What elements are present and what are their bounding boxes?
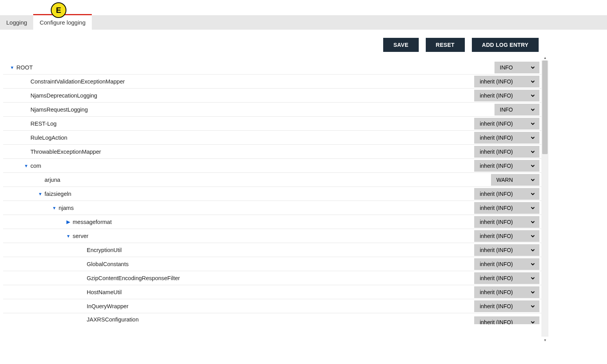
chevron-down-icon[interactable] bbox=[526, 132, 539, 144]
log-level-value[interactable]: inherit (INFO) bbox=[474, 258, 526, 270]
log-level-select[interactable]: inherit (INFO) bbox=[474, 132, 539, 144]
tree-node-label[interactable]: com bbox=[30, 163, 474, 169]
log-level-value[interactable]: inherit (INFO) bbox=[474, 202, 526, 214]
collapse-icon[interactable]: ▼ bbox=[36, 192, 45, 196]
log-level-select[interactable]: inherit (INFO) bbox=[474, 188, 539, 200]
chevron-down-icon[interactable] bbox=[526, 62, 539, 73]
log-level-value[interactable]: inherit (INFO) bbox=[474, 286, 526, 298]
log-level-select[interactable]: inherit (INFO) bbox=[474, 230, 539, 242]
log-level-select[interactable]: inherit (INFO) bbox=[474, 258, 539, 270]
log-level-select[interactable]: inherit (INFO) bbox=[474, 244, 539, 256]
tree-node-label[interactable]: InQueryWrapper bbox=[87, 303, 474, 309]
chevron-down-icon[interactable] bbox=[526, 104, 539, 115]
chevron-down-icon[interactable] bbox=[526, 188, 539, 200]
log-level-select[interactable]: inherit (INFO) bbox=[474, 286, 539, 298]
tree-node-label[interactable]: messageformat bbox=[73, 219, 474, 225]
tree-node-label[interactable]: ThrowableExceptionMapper bbox=[30, 149, 474, 155]
collapse-icon[interactable]: ▼ bbox=[50, 206, 59, 210]
log-level-select[interactable]: inherit (INFO) bbox=[474, 300, 539, 312]
tree-row: ▼serverinherit (INFO) bbox=[3, 229, 543, 243]
chevron-down-icon[interactable] bbox=[526, 76, 539, 87]
tree-node-label[interactable]: RuleLogAction bbox=[30, 135, 474, 141]
log-level-select[interactable]: inherit (INFO) bbox=[474, 216, 539, 228]
scroll-up-icon[interactable]: ▴ bbox=[541, 54, 548, 60]
tab-bar: Logging Configure logging bbox=[0, 15, 607, 30]
tree-row: ConstraintValidationExceptionMapperinher… bbox=[3, 75, 543, 89]
scrollbar-thumb[interactable] bbox=[542, 60, 548, 154]
log-level-value[interactable]: inherit (INFO) bbox=[474, 132, 526, 144]
chevron-down-icon[interactable] bbox=[526, 286, 539, 298]
tree-node-label[interactable]: ROOT bbox=[16, 64, 495, 71]
chevron-down-icon[interactable] bbox=[526, 90, 539, 101]
tree-node-label[interactable]: NjamsDeprecationLogging bbox=[30, 92, 474, 99]
log-level-value[interactable]: inherit (INFO) bbox=[474, 316, 526, 324]
log-level-value[interactable]: inherit (INFO) bbox=[474, 244, 526, 256]
tab-logging[interactable]: Logging bbox=[0, 15, 33, 30]
log-level-value[interactable]: INFO bbox=[495, 104, 526, 115]
chevron-down-icon[interactable] bbox=[526, 244, 539, 256]
tree-node-label[interactable]: faizsiegeln bbox=[45, 191, 474, 197]
tree-row: ▼faizsiegelninherit (INFO) bbox=[3, 187, 543, 201]
log-level-select[interactable]: inherit (INFO) bbox=[474, 118, 539, 130]
log-level-value[interactable]: inherit (INFO) bbox=[474, 160, 526, 172]
log-level-select[interactable]: inherit (INFO) bbox=[474, 202, 539, 214]
tree-node-label[interactable]: GlobalConstants bbox=[87, 261, 474, 267]
reset-button[interactable]: RESET bbox=[426, 38, 465, 52]
log-level-select[interactable]: inherit (INFO) bbox=[474, 160, 539, 172]
tree-node-label[interactable]: server bbox=[73, 233, 474, 239]
tree-node-label[interactable]: arjuna bbox=[45, 177, 491, 183]
save-button[interactable]: SAVE bbox=[383, 38, 418, 52]
log-level-value[interactable]: inherit (INFO) bbox=[474, 272, 526, 284]
tree-node-label[interactable]: HostNameUtil bbox=[87, 289, 474, 295]
tree-node-label[interactable]: REST-Log bbox=[30, 121, 474, 127]
tree-row: NjamsRequestLoggingINFO bbox=[3, 103, 543, 117]
log-level-value[interactable]: inherit (INFO) bbox=[474, 230, 526, 242]
log-level-select[interactable]: INFO bbox=[495, 104, 539, 115]
tree-row: ▶messageformatinherit (INFO) bbox=[3, 215, 543, 229]
log-level-select[interactable]: inherit (INFO) bbox=[474, 76, 539, 87]
chevron-down-icon[interactable] bbox=[526, 272, 539, 284]
log-level-value[interactable]: inherit (INFO) bbox=[474, 216, 526, 228]
chevron-down-icon[interactable] bbox=[526, 216, 539, 228]
log-level-select[interactable]: inherit (INFO) bbox=[474, 90, 539, 101]
log-level-select[interactable]: inherit (INFO) bbox=[474, 272, 539, 284]
collapse-icon[interactable]: ▼ bbox=[64, 234, 73, 238]
chevron-down-icon[interactable] bbox=[526, 316, 539, 324]
log-level-value[interactable]: INFO bbox=[495, 62, 526, 73]
log-level-value[interactable]: inherit (INFO) bbox=[474, 188, 526, 200]
collapse-icon[interactable]: ▼ bbox=[8, 65, 16, 70]
scroll-down-icon[interactable]: ▾ bbox=[541, 337, 548, 343]
chevron-down-icon[interactable] bbox=[526, 174, 539, 186]
tree-node-label[interactable]: GzipContentEncodingResponseFilter bbox=[87, 275, 474, 281]
log-level-value[interactable]: WARN bbox=[491, 174, 526, 186]
chevron-down-icon[interactable] bbox=[526, 118, 539, 130]
tree-node-label[interactable]: EncryptionUtil bbox=[87, 247, 474, 253]
log-level-value[interactable]: inherit (INFO) bbox=[474, 300, 526, 312]
tree-node-label[interactable]: ConstraintValidationExceptionMapper bbox=[30, 78, 474, 85]
log-level-select[interactable]: INFO bbox=[495, 62, 539, 73]
expand-icon[interactable]: ▶ bbox=[64, 219, 73, 225]
tree-row: NjamsDeprecationLogginginherit (INFO) bbox=[3, 89, 543, 103]
chevron-down-icon[interactable] bbox=[526, 160, 539, 172]
tree-node-label[interactable]: JAXRSConfiguration bbox=[87, 316, 474, 323]
tree-row: REST-Loginherit (INFO) bbox=[3, 117, 543, 131]
chevron-down-icon[interactable] bbox=[526, 202, 539, 214]
vertical-scrollbar[interactable]: ▴ ▾ bbox=[541, 60, 548, 337]
log-level-select[interactable]: inherit (INFO) bbox=[474, 146, 539, 158]
log-level-value[interactable]: inherit (INFO) bbox=[474, 90, 526, 101]
log-level-value[interactable]: inherit (INFO) bbox=[474, 76, 526, 87]
log-level-select[interactable]: inherit (INFO) bbox=[474, 316, 539, 324]
log-level-value[interactable]: inherit (INFO) bbox=[474, 118, 526, 130]
logging-tree: ▼ROOTINFOConstraintValidationExceptionMa… bbox=[3, 60, 543, 364]
chevron-down-icon[interactable] bbox=[526, 146, 539, 158]
tree-node-label[interactable]: njams bbox=[59, 205, 474, 211]
tree-node-label[interactable]: NjamsRequestLogging bbox=[30, 107, 495, 113]
add-log-entry-button[interactable]: ADD LOG ENTRY bbox=[472, 38, 539, 52]
chevron-down-icon[interactable] bbox=[526, 258, 539, 270]
chevron-down-icon[interactable] bbox=[526, 300, 539, 312]
toolbar-actions: SAVE RESET ADD LOG ENTRY bbox=[383, 38, 539, 52]
log-level-select[interactable]: WARN bbox=[491, 174, 539, 186]
chevron-down-icon[interactable] bbox=[526, 230, 539, 242]
collapse-icon[interactable]: ▼ bbox=[22, 163, 30, 168]
log-level-value[interactable]: inherit (INFO) bbox=[474, 146, 526, 158]
